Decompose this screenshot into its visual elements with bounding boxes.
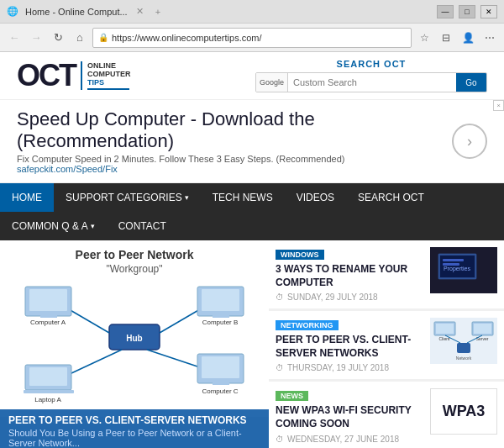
nav-search-oct[interactable]: SEARCH OCT: [346, 183, 436, 212]
svg-rect-36: [474, 324, 491, 334]
nav-videos[interactable]: VIDEOS: [285, 183, 346, 212]
svg-text:Computer C: Computer C: [202, 387, 238, 395]
svg-rect-15: [213, 314, 229, 318]
svg-text:Server: Server: [476, 336, 489, 341]
nav-common-qa[interactable]: COMMON Q & A ▾: [0, 212, 107, 240]
tab-title: Home - Online Comput...: [25, 7, 128, 17]
ad-title: Speed Up Computer - Download the (Recomm…: [17, 108, 444, 152]
svg-rect-33: [436, 324, 454, 334]
star-button[interactable]: ☆: [415, 29, 433, 47]
article-meta-2: NETWORKING PEER TO PEER VS. CLIENT-SERVE…: [276, 318, 423, 372]
svg-text:Network: Network: [456, 356, 472, 361]
logo-tips: TIPS: [87, 78, 131, 87]
ad-close[interactable]: ×: [493, 100, 504, 111]
bookmark-button[interactable]: ⊟: [437, 29, 455, 47]
title-bar: 🌐 Home - Online Comput... ✕ + — □ ✕: [0, 0, 504, 24]
article-date-1: ⏱ SUNDAY, 29 JULY 2018: [276, 293, 423, 302]
search-input[interactable]: [288, 73, 456, 92]
site-header: OCT ONLINE COMPUTER TIPS SEARCH OCT Goog…: [0, 52, 504, 100]
featured-caption-title: PEER TO PEER VS. CLIENT-SERVER NETWORKS: [8, 414, 260, 426]
maximize-button[interactable]: □: [459, 5, 475, 18]
url-text: https://www.onlinecomputertips.com/: [112, 33, 262, 43]
menu-button[interactable]: ⋯: [480, 29, 499, 47]
article-thumb-2: Client Server Network: [430, 318, 497, 364]
dropdown-arrow: ▾: [185, 193, 189, 202]
website: OCT ONLINE COMPUTER TIPS SEARCH OCT Goog…: [0, 52, 504, 448]
main-nav: HOME SUPPORT CATEGORIES ▾ TECH NEWS VIDE…: [0, 183, 504, 240]
right-column: WINDOWS 3 WAYS TO RENAME YOUR COMPUTER ⏱…: [269, 240, 504, 448]
logo-online: ONLINE: [87, 61, 131, 70]
svg-text:Properties: Properties: [444, 266, 470, 272]
svg-text:Laptop A: Laptop A: [34, 396, 61, 403]
ad-banner[interactable]: Speed Up Computer - Download the (Recomm…: [0, 100, 504, 183]
svg-rect-19: [24, 390, 74, 393]
featured-caption: PEER TO PEER VS. CLIENT-SERVER NETWORKS …: [0, 409, 269, 448]
svg-rect-14: [202, 289, 239, 311]
svg-rect-29: [443, 259, 464, 261]
search-area: SEARCH OCT Google Go: [255, 59, 487, 92]
search-go-button[interactable]: Go: [456, 73, 486, 92]
svg-rect-23: [213, 382, 229, 385]
article-date-3: ⏱ WEDNESDAY, 27 JUNE 2018: [276, 435, 423, 444]
logo-underline: [87, 88, 129, 90]
nav-home[interactable]: HOME: [0, 183, 54, 212]
featured-image: Peer to Peer Network "Workgroup" Hub Com…: [0, 240, 269, 417]
article-date-2: ⏱ THURSDAY, 19 JULY 2018: [276, 363, 423, 372]
ad-arrow[interactable]: ›: [452, 124, 487, 159]
ad-link[interactable]: safepckit.com/Speed/Fix: [17, 164, 118, 174]
category-badge-networking: NETWORKING: [276, 320, 339, 330]
svg-text:Hub: Hub: [126, 334, 142, 343]
window-controls: — □ ✕: [437, 5, 497, 18]
person-button[interactable]: 👤: [459, 29, 477, 47]
new-tab-icon[interactable]: +: [155, 7, 160, 17]
article-thumb-3: WPA3: [430, 388, 497, 435]
refresh-button[interactable]: ↻: [49, 29, 67, 47]
article-title-1: 3 WAYS TO RENAME YOUR COMPUTER: [276, 263, 423, 289]
nav-contact[interactable]: CONTACT: [107, 212, 178, 240]
svg-rect-18: [29, 367, 67, 386]
ad-subtitle: Fix Computer Speed in 2 Minutes. Follow …: [17, 154, 444, 174]
category-badge-windows: WINDOWS: [276, 250, 324, 260]
svg-text:Peer to Peer Network: Peer to Peer Network: [76, 248, 194, 261]
svg-rect-10: [29, 289, 67, 311]
svg-text:Computer A: Computer A: [30, 319, 66, 326]
home-button[interactable]: ⌂: [71, 29, 89, 47]
featured-caption-desc: Should You Be Using a Peer to Peer Netwo…: [8, 428, 260, 448]
search-label: SEARCH OCT: [255, 59, 487, 69]
logo-oct[interactable]: OCT: [17, 61, 76, 91]
article-windows[interactable]: WINDOWS 3 WAYS TO RENAME YOUR COMPUTER ⏱…: [269, 240, 504, 308]
back-button[interactable]: ←: [5, 29, 24, 47]
article-news[interactable]: NEWS NEW WPA3 WI-FI SECURITY COMING SOON…: [269, 382, 504, 448]
logo-text: ONLINE COMPUTER TIPS: [81, 61, 131, 90]
logo-computer: COMPUTER: [87, 70, 131, 78]
forward-button[interactable]: →: [27, 29, 45, 47]
ad-text-area: Speed Up Computer - Download the (Recomm…: [17, 108, 444, 174]
svg-text:Computer B: Computer B: [202, 319, 239, 326]
tab-close-icon[interactable]: ✕: [136, 6, 144, 17]
dropdown-arrow-qa: ▾: [91, 222, 95, 230]
nav-support-categories[interactable]: SUPPORT CATEGORIES ▾: [54, 183, 201, 212]
close-button[interactable]: ✕: [480, 5, 497, 18]
svg-text:"Workgroup": "Workgroup": [107, 263, 163, 275]
svg-rect-30: [443, 263, 459, 266]
article-thumb-1: Properties: [430, 247, 497, 293]
nav-tech-news[interactable]: TECH NEWS: [201, 183, 285, 212]
svg-rect-11: [40, 314, 57, 318]
main-content: Peer to Peer Network "Workgroup" Hub Com…: [0, 240, 504, 448]
google-logo: Google: [256, 73, 288, 92]
article-networking[interactable]: NETWORKING PEER TO PEER VS. CLIENT-SERVE…: [269, 311, 504, 379]
article-meta-3: NEWS NEW WPA3 WI-FI SECURITY COMING SOON…: [276, 388, 423, 443]
article-title-3: NEW WPA3 WI-FI SECURITY COMING SOON: [276, 404, 423, 430]
address-bar[interactable]: 🔒 https://www.onlinecomputertips.com/: [92, 28, 412, 48]
svg-rect-22: [202, 356, 239, 378]
search-box: Google Go: [255, 72, 487, 92]
nav-icons: ☆ ⊟ 👤 ⋯: [415, 29, 499, 47]
minimize-button[interactable]: —: [437, 5, 454, 18]
article-title-2: PEER TO PEER VS. CLIENT-SERVER NETWORKS: [276, 334, 423, 360]
tab-icon: 🌐: [7, 6, 18, 17]
svg-rect-38: [457, 343, 470, 353]
article-meta-1: WINDOWS 3 WAYS TO RENAME YOUR COMPUTER ⏱…: [276, 247, 423, 302]
logo-area: OCT ONLINE COMPUTER TIPS: [17, 61, 131, 91]
featured-article[interactable]: Peer to Peer Network "Workgroup" Hub Com…: [0, 240, 269, 448]
category-badge-news: NEWS: [276, 391, 308, 401]
